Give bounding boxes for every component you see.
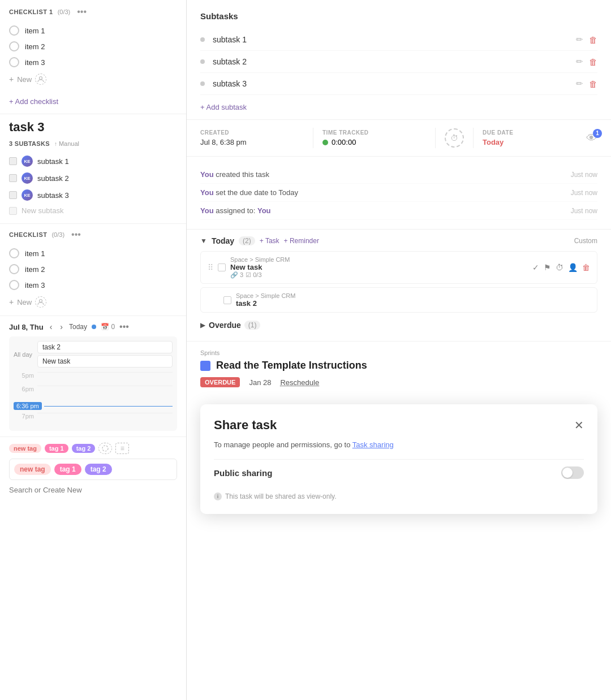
cal-time-7pm: 7pm: [14, 413, 173, 426]
add-checklist-button[interactable]: + Add checklist: [0, 93, 186, 114]
today-task2-checkbox[interactable]: [223, 296, 231, 304]
meta-sep-3: [473, 128, 474, 148]
new-subtask-label: New subtask: [21, 206, 63, 215]
tag-list-icon[interactable]: ≡: [115, 443, 129, 454]
subtask2-dot: [200, 59, 205, 64]
right-subtask1-name: subtask 1: [213, 35, 576, 44]
task1-delete-icon[interactable]: 🗑: [582, 263, 590, 272]
checklist2-item3-circle[interactable]: [9, 280, 19, 290]
activity-you-3: You: [200, 206, 214, 215]
time-7pm-content: [37, 413, 173, 426]
today-task2-name[interactable]: task 2: [236, 299, 590, 308]
selected-tag-2[interactable]: tag 2: [85, 464, 112, 475]
activity-section: You created this task Just now You set t…: [187, 157, 611, 229]
allday-label: All day: [14, 351, 34, 358]
subtask3-checkbox[interactable]: [9, 191, 17, 199]
checklist2-new-label: New: [17, 298, 32, 306]
checklist1-item1-label: item 1: [25, 27, 45, 35]
subtask2-checkbox[interactable]: [9, 174, 17, 182]
calendar-next-button[interactable]: ›: [58, 322, 64, 331]
today-task1-name[interactable]: New task: [230, 263, 528, 271]
checklist2-more-icon[interactable]: •••: [71, 230, 81, 240]
share-task-sharing-link[interactable]: Task sharing: [352, 440, 394, 449]
checklist2-item2-circle[interactable]: [9, 264, 19, 274]
checklist2-new-item[interactable]: + New: [9, 293, 177, 311]
checklist1-item3-circle[interactable]: [9, 57, 19, 67]
calendar-more-icon[interactable]: •••: [119, 322, 129, 332]
calendar-prev-button[interactable]: ‹: [48, 322, 54, 331]
tag-new-tag[interactable]: new tag: [9, 444, 41, 453]
overdue-header[interactable]: ▶ Overdue (1): [200, 316, 597, 334]
activity-time-2: Just now: [571, 189, 597, 197]
checklist2-item-2: item 2: [9, 261, 177, 277]
subtask2-edit-icon[interactable]: ✏: [576, 57, 583, 67]
today-add-task-button[interactable]: + Task: [260, 237, 279, 245]
right-subtask-1: subtask 1 ✏ 🗑: [200, 29, 597, 51]
today-task1-meta: 🔗 3 ☑ 0/3: [230, 271, 528, 279]
time-5pm-content: [37, 372, 173, 386]
subtask2-name: subtask 2: [37, 174, 69, 183]
created-value: Jul 8, 6:38 pm: [200, 138, 304, 146]
subtask1-actions: ✏ 🗑: [576, 34, 597, 45]
tags-search-input[interactable]: [9, 483, 177, 496]
subtask3-delete-icon[interactable]: 🗑: [589, 79, 597, 89]
checklist1-more-icon[interactable]: •••: [77, 7, 87, 17]
current-time-badge: 6:36 pm: [14, 402, 42, 410]
subtask1-edit-icon[interactable]: ✏: [576, 34, 583, 45]
calendar-today-button[interactable]: Today: [69, 323, 87, 331]
task1-clock-icon[interactable]: ⏱: [556, 263, 563, 272]
checklist1-item-2: item 2: [9, 38, 177, 54]
svg-point-2: [102, 446, 108, 451]
subtask3-edit-icon[interactable]: ✏: [576, 79, 583, 89]
checklist1-item2-circle[interactable]: [9, 41, 19, 51]
share-public-row: Public sharing: [214, 459, 584, 486]
today-add-reminder-button[interactable]: + Reminder: [284, 237, 319, 245]
today-task1-check-count: ☑ 0/3: [246, 271, 261, 279]
today-collapse-icon[interactable]: ▼: [200, 237, 207, 245]
new-subtask-row[interactable]: New subtask: [9, 204, 177, 218]
share-close-button[interactable]: ✕: [574, 418, 584, 432]
add-subtask-button[interactable]: + Add subtask: [200, 95, 597, 119]
task1-flag-icon[interactable]: ⚑: [544, 263, 551, 272]
subtask2-delete-icon[interactable]: 🗑: [589, 57, 597, 67]
task1-check-icon[interactable]: ✓: [532, 263, 539, 272]
right-subtask3-name: subtask 3: [213, 79, 576, 88]
cal-event-newtask[interactable]: New task: [37, 355, 173, 368]
checklist2-item1-circle[interactable]: [9, 248, 19, 258]
drag-handle-1[interactable]: ⠿: [208, 263, 213, 272]
task1-person-icon[interactable]: 👤: [568, 263, 578, 272]
subtasks-area-title: Subtasks: [200, 11, 597, 21]
tag-tag1[interactable]: tag 1: [45, 444, 68, 453]
public-sharing-toggle[interactable]: [561, 466, 584, 479]
activity-row-1: You created this task Just now: [200, 166, 597, 184]
share-note-text: This task will be shared as view-only.: [225, 492, 337, 500]
time-5pm-label: 5pm: [14, 372, 34, 379]
right-subtask-3: subtask 3 ✏ 🗑: [200, 73, 597, 95]
ghost-assign-icon: [35, 74, 46, 85]
tag-tag2[interactable]: tag 2: [72, 444, 96, 453]
today-task1-checkbox[interactable]: [218, 263, 226, 271]
eye-badge-wrapper[interactable]: 👁 1: [586, 132, 597, 145]
task3-manual-sort[interactable]: ↑ Manual: [54, 140, 79, 147]
activity-text-3: You assigned to: You: [200, 206, 271, 215]
plus-icon-2: +: [9, 297, 14, 306]
task3-subtask-3: KE subtask 3: [9, 187, 177, 204]
meta-sep-2: [435, 128, 436, 148]
selected-tag-new[interactable]: new tag: [14, 464, 51, 475]
tag-ghost-icon[interactable]: [98, 443, 112, 454]
task3-subtasks-header: 3 SUBTASKS ↑ Manual: [9, 140, 177, 147]
eye-badge: 1: [593, 129, 602, 138]
today-custom-label: Custom: [574, 237, 597, 245]
checklist2-item-1: item 1: [9, 245, 177, 261]
subtask1-delete-icon[interactable]: 🗑: [589, 35, 597, 45]
subtask1-avatar: KE: [21, 155, 33, 167]
checklist1-new-item[interactable]: + New: [9, 70, 177, 88]
due-date-label: DUE DATE: [483, 129, 586, 136]
subtask1-dot: [200, 37, 205, 42]
checklist1-item1-circle[interactable]: [9, 25, 19, 36]
plus-icon: +: [9, 75, 14, 84]
subtask1-checkbox[interactable]: [9, 157, 17, 165]
reschedule-button[interactable]: Reschedule: [280, 378, 319, 387]
selected-tag-1[interactable]: tag 1: [54, 464, 81, 475]
cal-event-task2[interactable]: task 2: [37, 341, 173, 353]
